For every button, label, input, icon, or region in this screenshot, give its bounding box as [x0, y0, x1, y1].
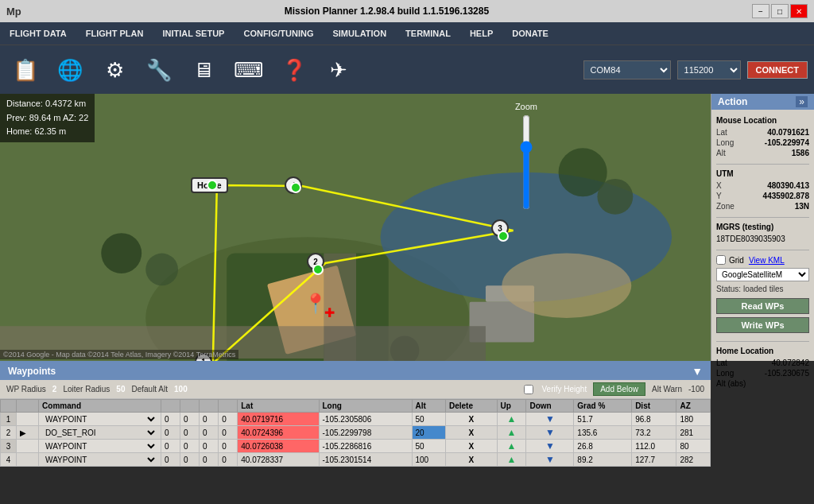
- row-2-delete[interactable]: X: [445, 426, 497, 440]
- utm-y-value: 4435902.878: [763, 192, 809, 200]
- table-header: Command Lat Long Alt Delete Up Down Grad…: [1, 400, 711, 413]
- map-background[interactable]: Home 4 2 3 1 📍 ✚: [0, 94, 711, 361]
- row-1-p1: 0: [161, 413, 180, 426]
- menu-flight-data[interactable]: FLIGHT DATA: [0, 22, 76, 45]
- maximize-button[interactable]: □: [771, 4, 789, 18]
- tool-help[interactable]: ❓: [275, 56, 313, 83]
- row-2-command-select[interactable]: DO_SET_ROI: [42, 428, 157, 438]
- row-1-up[interactable]: ▲: [497, 413, 526, 426]
- row-2-up-arrow[interactable]: ▲: [507, 427, 517, 438]
- map-type-select[interactable]: GoogleSatelliteM GoogleMap GoogleTerrain: [716, 268, 809, 281]
- row-2-grad: 135.6: [574, 426, 632, 440]
- row-1-alt: 50: [412, 413, 445, 426]
- row-2-down-arrow[interactable]: ▼: [545, 427, 555, 438]
- zoom-control: Zoom: [515, 102, 537, 210]
- tool-flight-plan[interactable]: 🌐: [51, 56, 89, 83]
- row-4-p4: 0: [219, 453, 238, 467]
- utm-zone-row: Zone 13N: [716, 202, 809, 211]
- home-pin[interactable]: [207, 180, 218, 191]
- row-3-up-arrow[interactable]: ▲: [507, 440, 517, 452]
- help-icon: ❓: [281, 60, 307, 80]
- tool-terminal[interactable]: ⌨: [229, 56, 269, 83]
- row-4-command[interactable]: WAYPOINT: [39, 453, 161, 467]
- separator-2: [716, 217, 809, 218]
- terminal-icon: ⌨: [234, 60, 264, 80]
- map-area[interactable]: Distance: 0.4372 km Prev: 89.64 m AZ: 22…: [0, 94, 711, 361]
- col-az: AZ: [676, 400, 711, 413]
- tool-simulation[interactable]: 🖥: [184, 56, 223, 83]
- row-3-up[interactable]: ▲: [497, 440, 526, 453]
- row-4-down[interactable]: ▼: [526, 453, 574, 467]
- zoom-slider[interactable]: [518, 114, 534, 210]
- wp-radius-value: 2: [52, 385, 57, 394]
- grid-row: Grid View KML: [716, 255, 809, 265]
- loiter-radius-label: Loiter Radius: [63, 385, 110, 394]
- close-button[interactable]: ✕: [790, 4, 808, 18]
- row-3-long: -105.2286816: [319, 440, 412, 453]
- utm-section: UTM X 480390.413 Y 4435902.878 Zone 13N: [716, 169, 809, 211]
- row-2-command[interactable]: DO_SET_ROI: [39, 426, 161, 440]
- row-1-command[interactable]: WAYPOINT: [39, 413, 161, 426]
- minimize-button[interactable]: −: [752, 4, 769, 18]
- row-3-p2: 0: [180, 440, 200, 453]
- waypoints-collapse-button[interactable]: ▼: [692, 365, 703, 378]
- grid-checkbox[interactable]: [716, 255, 726, 265]
- write-wps-button[interactable]: Write WPs: [716, 317, 809, 333]
- wp2-pin[interactable]: [312, 264, 324, 275]
- row-1-down[interactable]: ▼: [526, 413, 574, 426]
- row-2-down[interactable]: ▼: [526, 426, 574, 440]
- view-kml-link[interactable]: View KML: [749, 256, 785, 265]
- row-3-az: 80: [676, 440, 711, 453]
- menu-simulation[interactable]: SIMULATION: [323, 22, 396, 45]
- add-below-button[interactable]: Add Below: [593, 382, 645, 396]
- com-port-select[interactable]: COM84: [583, 60, 671, 79]
- mouse-long-row: Long -105.229974: [716, 138, 809, 147]
- col-p2: [180, 400, 200, 413]
- tool-donate[interactable]: ✈: [320, 56, 358, 83]
- row-3-delete[interactable]: X: [445, 440, 497, 453]
- svg-point-13: [597, 179, 633, 215]
- col-p4: [219, 400, 238, 413]
- wp3-pin[interactable]: [498, 231, 509, 242]
- row-3-command[interactable]: WAYPOINT: [39, 440, 161, 453]
- row-2-alt: 20: [412, 426, 445, 440]
- verify-height-label: Verify Height: [542, 385, 587, 394]
- row-3-down[interactable]: ▼: [526, 440, 574, 453]
- col-delete: Delete: [445, 400, 497, 413]
- waypoints-title: Waypoints: [8, 366, 56, 377]
- baud-rate-select[interactable]: 115200 57600: [677, 60, 741, 79]
- connect-button[interactable]: CONNECT: [747, 61, 808, 79]
- row-3-command-select[interactable]: WAYPOINT: [42, 441, 157, 452]
- row-1-down-arrow[interactable]: ▼: [545, 413, 555, 425]
- tool-config-tuning[interactable]: 🔧: [140, 56, 178, 83]
- row-1-command-select[interactable]: WAYPOINT: [42, 414, 157, 425]
- donate-icon: ✈: [330, 60, 347, 80]
- verify-height-checkbox[interactable]: [524, 385, 533, 394]
- row-1-delete[interactable]: X: [445, 413, 497, 426]
- menu-help[interactable]: HELP: [460, 22, 502, 45]
- menu-config-tuning[interactable]: CONFIG/TUNING: [234, 22, 323, 45]
- action-expand-button[interactable]: »: [796, 96, 808, 107]
- menu-donate[interactable]: DONATE: [502, 22, 558, 45]
- row-4-down-arrow[interactable]: ▼: [545, 454, 555, 465]
- menu-terminal[interactable]: TERMINAL: [396, 22, 460, 45]
- app-title: Mission Planner 1.2.98.4 build 1.1.5196.…: [21, 6, 752, 17]
- row-3-grad: 26.8: [574, 440, 632, 453]
- row-4-delete[interactable]: X: [445, 453, 497, 467]
- row-4-command-select[interactable]: WAYPOINT: [42, 455, 157, 465]
- tool-flight-data[interactable]: 📋: [6, 56, 45, 83]
- menu-initial-setup[interactable]: INITIAL SETUP: [153, 22, 234, 45]
- row-4-up-arrow[interactable]: ▲: [507, 454, 517, 465]
- wp4-pin[interactable]: [290, 182, 301, 193]
- row-4-dist: 127.7: [632, 453, 676, 467]
- alt-warn-label: Alt Warn: [652, 385, 682, 394]
- tool-initial-setup[interactable]: ⚙: [95, 56, 134, 83]
- row-1-up-arrow[interactable]: ▲: [507, 413, 517, 425]
- info-overlay: Distance: 0.4372 km Prev: 89.64 m AZ: 22…: [0, 94, 95, 142]
- row-2-up[interactable]: ▲: [497, 426, 526, 440]
- row-3-down-arrow[interactable]: ▼: [545, 440, 555, 452]
- row-4-p3: 0: [200, 453, 219, 467]
- read-wps-button[interactable]: Read WPs: [716, 298, 809, 314]
- row-4-up[interactable]: ▲: [497, 453, 526, 467]
- menu-flight-plan[interactable]: FLIGHT PLAN: [76, 22, 153, 45]
